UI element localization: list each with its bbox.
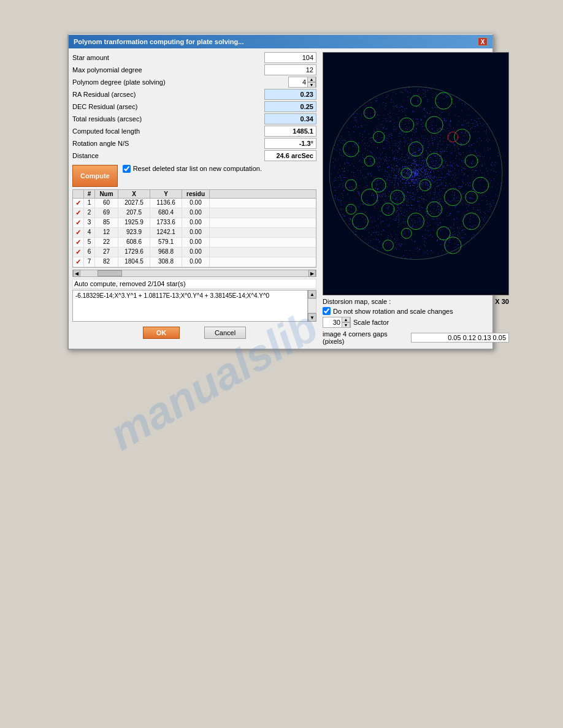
table-row[interactable]: ✓ 6 27 1729.6 968.8 0.00 (73, 248, 316, 257)
td-y: 1733.6 (150, 218, 182, 227)
th-residu: residu (182, 190, 210, 198)
td-y: 308.8 (150, 257, 182, 267)
table-row[interactable]: ✓ 2 69 207.5 680.4 0.00 (73, 208, 316, 218)
star-canvas (323, 53, 508, 294)
td-x: 608.6 (118, 238, 150, 247)
formula-scrollbar: ▲ ▼ (308, 290, 316, 322)
table-row[interactable]: ✓ 5 22 608.6 579.1 0.00 (73, 238, 316, 248)
cancel-button[interactable]: Cancel (204, 327, 246, 339)
focal-length-value: 1485.1 (264, 126, 316, 137)
td-residu: 0.00 (182, 218, 210, 227)
distortion-checkbox-label: Do not show rotation and scale changes (333, 308, 453, 315)
focal-length-row: Computed focal length 1485.1 (72, 126, 316, 137)
td-residu: 0.00 (182, 238, 210, 247)
td-residu: 0.00 (182, 199, 210, 208)
scrollbar-thumb[interactable] (98, 270, 122, 276)
td-num-row: 6 (84, 248, 95, 257)
ra-residual-row: RA Residual (arcsec) 0.23 (72, 89, 316, 100)
td-residu: 0.00 (182, 228, 210, 237)
td-y: 968.8 (150, 248, 182, 257)
td-y: 579.1 (150, 238, 182, 247)
td-x: 207.5 (118, 208, 150, 218)
corners-value: 0.05 0.12 0.13 0.05 (411, 333, 509, 343)
td-check: ✓ (73, 238, 84, 247)
total-residuals-value: 0.34 (264, 113, 316, 124)
reset-checkbox[interactable] (123, 165, 131, 173)
td-check: ✓ (73, 199, 84, 208)
td-num: 85 (95, 218, 118, 227)
corners-label: image 4 corners gaps (pixels) (323, 330, 408, 345)
th-num: Num (95, 190, 118, 198)
td-x: 2027.5 (118, 199, 150, 208)
formula-scroll-track (308, 298, 316, 313)
td-num: 60 (95, 199, 118, 208)
td-y: 1242.1 (150, 228, 182, 237)
ra-residual-label: RA Residual (arcsec) (72, 91, 264, 98)
table-row[interactable]: ✓ 4 12 923.9 1242.1 0.00 (73, 228, 316, 238)
formula-area: -6.18329E-14;X^3.Y^1 + 1.08117E-13;X^0.Y… (72, 290, 308, 322)
th-y: Y (150, 190, 182, 198)
polynom-degree-input[interactable] (289, 78, 307, 86)
spinner-buttons: ▲ ▼ (307, 77, 316, 88)
td-x: 923.9 (118, 228, 150, 237)
scroll-left-btn[interactable]: ◀ (73, 270, 80, 277)
distance-label: Distance (72, 152, 264, 159)
td-num: 12 (95, 228, 118, 237)
distortion-label-row: Distorsion map, scale : X 30 (323, 298, 509, 305)
close-button[interactable]: X (478, 37, 488, 46)
scroll-right-btn[interactable]: ▶ (308, 270, 316, 277)
table-row[interactable]: ✓ 1 60 2027.5 1136.6 0.00 (73, 199, 316, 208)
scale-spinner-down[interactable]: ▼ (342, 322, 350, 328)
scale-factor-input[interactable] (323, 319, 342, 326)
compute-button[interactable]: Compute (72, 165, 118, 187)
formula-scroll-down[interactable]: ▼ (308, 313, 316, 322)
dec-residual-row: DEC Residual (arsec) 0.25 (72, 101, 316, 112)
formula-scroll-up[interactable]: ▲ (308, 290, 316, 298)
distance-row: Distance 24.6 arcSec (72, 150, 316, 161)
scale-factor-label: Scale factor (353, 319, 389, 326)
rotation-row: Rotation angle N/S -1.3° (72, 138, 316, 149)
table-row[interactable]: ✓ 3 85 1925.9 1733.6 0.00 (73, 218, 316, 228)
distance-value: 24.6 arcSec (264, 150, 316, 161)
td-y: 1136.6 (150, 199, 182, 208)
image-corners-row: image 4 corners gaps (pixels) 0.05 0.12 … (323, 330, 509, 345)
dialog-title: Polynom tranformation computing for plat… (74, 38, 243, 45)
polynom-degree-label: Polynom degree (plate solving) (72, 78, 288, 86)
formula-section: -6.18329E-14;X^3.Y^1 + 1.08117E-13;X^0.Y… (72, 290, 316, 322)
td-check: ✓ (73, 257, 84, 267)
rotation-label: Rotation angle N/S (72, 140, 264, 147)
compute-row: Compute Reset deleted star list on new c… (72, 165, 316, 187)
dec-residual-label: DEC Residual (arsec) (72, 103, 264, 110)
td-num-row: 4 (84, 228, 95, 237)
star-amount-label: Star amount (72, 54, 264, 61)
td-residu: 0.00 (182, 257, 210, 267)
dialog-body: Star amount 104 Max polynomial degree 12… (69, 48, 492, 349)
distortion-checkbox[interactable] (323, 307, 331, 315)
left-panel: Star amount 104 Max polynomial degree 12… (69, 48, 320, 349)
th-check (73, 190, 84, 198)
td-num: 27 (95, 248, 118, 257)
scale-spinner-up[interactable]: ▲ (342, 317, 350, 322)
bottom-buttons: OK Cancel (72, 323, 316, 343)
table-row[interactable]: ✓ 7 82 1804.5 308.8 0.00 (73, 257, 316, 267)
td-y: 680.4 (150, 208, 182, 218)
distortion-scale: X 30 (495, 298, 509, 305)
focal-length-label: Computed focal length (72, 127, 264, 135)
ok-button[interactable]: OK (143, 327, 180, 339)
title-bar: Polynom tranformation computing for plat… (69, 35, 492, 48)
right-panel: Distorsion map, scale : X 30 Do not show… (320, 48, 513, 349)
th-x: X (118, 190, 150, 198)
td-check: ✓ (73, 208, 84, 218)
spinner-up-button[interactable]: ▲ (307, 77, 316, 82)
reset-checkbox-label[interactable]: Reset deleted star list on new computati… (123, 165, 262, 173)
dialog-window: Polynom tranformation computing for plat… (67, 34, 494, 350)
table-scrollbar[interactable]: ◀ ▶ (72, 270, 316, 277)
scale-factor-spinner[interactable]: ▲ ▼ (323, 317, 351, 328)
polynom-degree-row: Polynom degree (plate solving) ▲ ▼ (72, 77, 316, 88)
polynom-degree-spinner[interactable]: ▲ ▼ (288, 77, 316, 88)
td-x: 1925.9 (118, 218, 150, 227)
max-poly-row: Max polynomial degree 12 (72, 64, 316, 75)
spinner-down-button[interactable]: ▼ (307, 82, 316, 88)
star-image (323, 52, 509, 295)
td-num: 22 (95, 238, 118, 247)
